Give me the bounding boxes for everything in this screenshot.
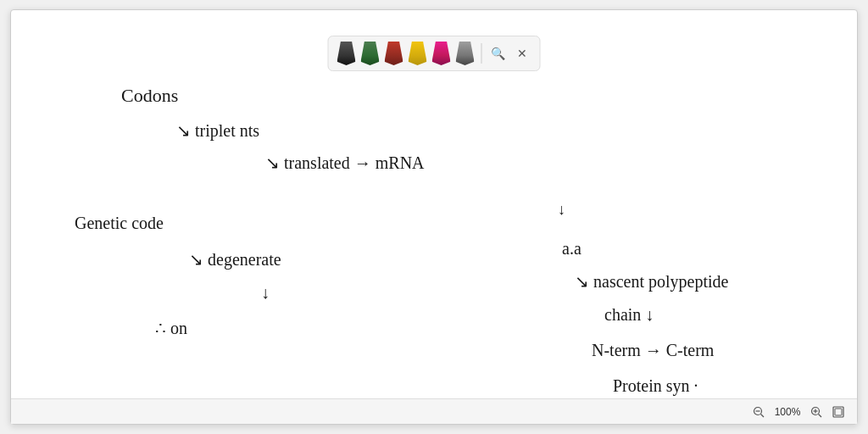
fullscreen-button[interactable] — [830, 403, 847, 420]
toolbar: 🔍 ✕ — [328, 36, 541, 71]
svg-rect-8 — [835, 409, 842, 415]
note-chain: chain ↓ — [604, 305, 654, 325]
zoom-in-button[interactable] — [808, 403, 825, 420]
pencil-green-tool[interactable] — [361, 42, 380, 65]
note-degenerate: ↘ degenerate — [189, 249, 281, 270]
search-button[interactable]: 🔍 — [489, 44, 508, 63]
svg-line-1 — [761, 414, 765, 417]
note-nterm-cterm: N-term → C-term — [592, 341, 714, 360]
pencil-red-tool[interactable] — [385, 42, 403, 65]
whiteboard-window: 🔍 ✕ Codons ↘ triplet nts ↘ translated → … — [10, 9, 858, 425]
status-bar: 100% — [11, 398, 857, 424]
note-codons: Codons — [121, 85, 178, 107]
pencil-pink-tool[interactable] — [432, 42, 451, 65]
note-aa: a.a — [562, 239, 581, 259]
note-on: ∴ on — [155, 318, 187, 338]
note-translated: ↘ translated → mRNA — [265, 153, 425, 173]
note-arrow-mrna-down: ↓ — [558, 201, 565, 219]
svg-line-4 — [819, 414, 822, 417]
note-genetic-code: Genetic code — [75, 214, 164, 233]
close-button[interactable]: ✕ — [513, 44, 531, 63]
pencil-gray-tool[interactable] — [456, 42, 475, 65]
note-nascent: ↘ nascent polypeptide — [575, 271, 728, 292]
toolbar-divider — [481, 43, 482, 64]
note-arrow-down: ↓ — [261, 283, 270, 303]
pencil-yellow-tool[interactable] — [409, 42, 427, 65]
zoom-level: 100% — [772, 406, 803, 418]
note-protein-syn: Protein syn · — [613, 376, 698, 396]
pencil-black-tool[interactable] — [337, 42, 356, 65]
zoom-out-button[interactable] — [750, 403, 767, 420]
canvas-area[interactable]: Codons ↘ triplet nts ↘ translated → mRNA… — [11, 10, 857, 424]
note-triplet: ↘ triplet nts — [176, 120, 259, 141]
